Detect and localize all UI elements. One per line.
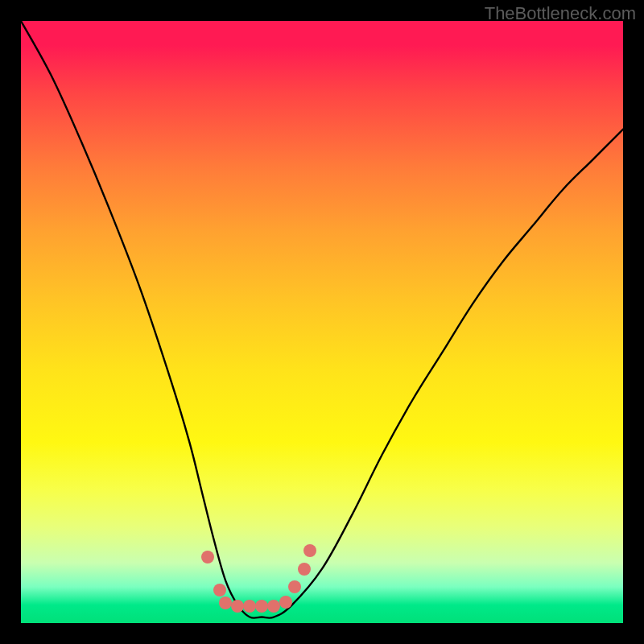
data-dot: [213, 584, 226, 597]
data-dot: [243, 600, 256, 613]
data-dot: [298, 563, 311, 576]
watermark-text: TheBottleneck.com: [485, 3, 636, 24]
chart-frame: TheBottleneck.com: [0, 0, 644, 644]
data-dot: [288, 580, 301, 593]
data-dot: [201, 551, 214, 564]
data-dot: [231, 600, 244, 613]
data-dot: [279, 596, 292, 609]
dots-layer: [21, 21, 623, 623]
data-dot: [267, 600, 280, 613]
bottleneck-curve: [21, 21, 623, 618]
data-dot: [303, 544, 316, 557]
plot-area: [21, 21, 623, 623]
curve-layer: [21, 21, 623, 623]
data-dot: [255, 600, 268, 613]
data-dot: [219, 597, 232, 609]
